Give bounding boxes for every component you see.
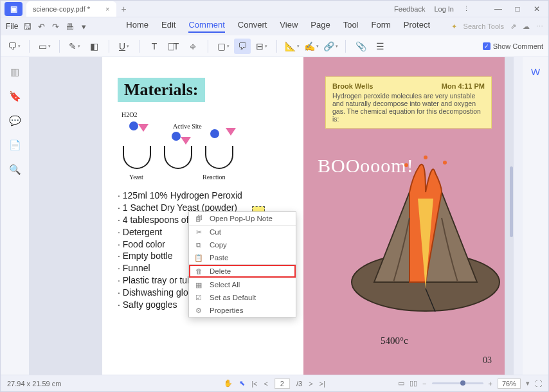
attachment-tool[interactable]: 📎 bbox=[352, 39, 369, 54]
list-item: 125ml 10% Hydrogen Peroxid bbox=[118, 190, 294, 202]
print-dd-icon[interactable]: ▾ bbox=[78, 22, 89, 31]
print-icon[interactable]: 🖶 bbox=[64, 22, 75, 31]
word-export-icon[interactable]: W bbox=[531, 66, 540, 77]
kebab-menu-icon[interactable]: ⋮ bbox=[463, 4, 470, 13]
ribbon-toolbar: 🗨 ▭ ✎ ◧ U T ⎕T ⎆ ▢ 🗩 ⊟ 📐 ✍ 🔗 📎 ☰ ✓ Show … bbox=[1, 35, 548, 57]
svg-point-2 bbox=[443, 161, 447, 165]
callout-tool[interactable]: ⎆ bbox=[184, 39, 201, 54]
scrollbar-thumb[interactable] bbox=[510, 166, 513, 237]
comments-icon[interactable]: 💬 bbox=[9, 115, 21, 127]
note-icon: 🗐 bbox=[194, 215, 203, 222]
menu-protect[interactable]: Protect bbox=[404, 20, 430, 33]
text-tool[interactable]: T bbox=[146, 39, 163, 54]
menu-home[interactable]: Home bbox=[126, 20, 148, 33]
new-tab-button[interactable]: + bbox=[122, 4, 127, 14]
signature-tool[interactable]: ✍ bbox=[303, 39, 320, 54]
ctx-select-all[interactable]: ▦Select All bbox=[189, 278, 296, 291]
zoom-value[interactable]: 76% bbox=[498, 379, 521, 389]
maximize-button[interactable]: □ bbox=[512, 4, 523, 13]
show-comment-toggle[interactable]: ✓ Show Comment bbox=[483, 42, 543, 50]
underline-tool[interactable]: U bbox=[116, 39, 132, 54]
page-dimensions: 27.94 x 21.59 cm bbox=[7, 380, 61, 388]
ctx-open-popup[interactable]: 🗐Open Pop-Up Note bbox=[189, 212, 296, 225]
temperature-label: 5400°c bbox=[381, 335, 408, 346]
ctx-paste[interactable]: 📋Paste bbox=[189, 251, 296, 264]
sticky-note-tool[interactable]: 🗩 bbox=[234, 39, 251, 54]
tab-title: science-copy.pdf * bbox=[33, 5, 90, 13]
menu-form[interactable]: Form bbox=[372, 20, 391, 33]
search-tools-input[interactable]: Search Tools bbox=[464, 22, 504, 30]
prev-page-icon[interactable]: < bbox=[264, 380, 267, 388]
feedback-link[interactable]: Feedback bbox=[394, 5, 425, 13]
note-time: Mon 4:11 PM bbox=[442, 82, 485, 90]
checkbox-checked-icon: ✓ bbox=[483, 42, 491, 50]
search-icon[interactable]: 🔍 bbox=[9, 164, 21, 175]
svg-point-1 bbox=[404, 163, 408, 167]
bookmarks-icon[interactable]: 🔖 bbox=[9, 91, 21, 102]
scrollbar-track[interactable] bbox=[514, 57, 523, 375]
yeast-diagram: H2O2 Active Site Yeast Reaction bbox=[118, 111, 294, 181]
left-sidebar: ▥ 🔖 💬 📄 🔍 bbox=[1, 57, 29, 375]
menu-page[interactable]: Page bbox=[310, 20, 330, 33]
show-comment-label: Show Comment bbox=[493, 42, 543, 50]
save-icon[interactable]: 🖫 bbox=[22, 22, 32, 31]
file-menu[interactable]: File bbox=[6, 22, 18, 31]
view-mode-icon[interactable]: ▭ bbox=[398, 379, 404, 388]
zoom-in-icon[interactable]: + bbox=[489, 380, 492, 388]
close-window-button[interactable]: ✕ bbox=[532, 4, 542, 13]
undo-icon[interactable]: ↶ bbox=[36, 22, 46, 31]
textbox-tool[interactable]: ⎕T bbox=[165, 39, 182, 54]
menu-view[interactable]: View bbox=[280, 20, 298, 33]
page-input[interactable]: 2 bbox=[274, 379, 290, 389]
document-tab[interactable]: science-copy.pdf * × bbox=[26, 1, 116, 17]
fullscreen-icon[interactable]: ⛶ bbox=[535, 380, 542, 388]
attachments-icon[interactable]: 📄 bbox=[9, 139, 21, 151]
zoom-dd-icon[interactable]: ▾ bbox=[526, 379, 530, 388]
ctx-set-default[interactable]: ☑Set as Default bbox=[189, 291, 296, 304]
magic-icon[interactable]: ✦ bbox=[451, 22, 457, 31]
document-viewport[interactable]: Materials: H2O2 Active Site Yeast Reacti… bbox=[29, 57, 514, 375]
more-icon[interactable]: ⋯ bbox=[536, 22, 543, 31]
minimize-button[interactable]: — bbox=[493, 4, 503, 13]
reaction-label: Reaction bbox=[203, 174, 226, 181]
app-logo: ▣ bbox=[4, 2, 22, 16]
zoom-out-icon[interactable]: − bbox=[422, 380, 426, 388]
menu-edit[interactable]: Edit bbox=[161, 20, 176, 33]
last-page-icon[interactable]: >| bbox=[320, 380, 325, 388]
zoom-slider[interactable] bbox=[432, 382, 483, 384]
select-tool-icon[interactable]: ⬉ bbox=[239, 379, 245, 388]
share-icon[interactable]: ⇗ bbox=[510, 22, 516, 31]
eraser-tool[interactable]: ◧ bbox=[86, 39, 102, 54]
scissors-icon: ✂ bbox=[194, 228, 203, 236]
thumbnails-icon[interactable]: ▥ bbox=[10, 66, 19, 78]
menu-convert[interactable]: Convert bbox=[238, 20, 267, 33]
two-page-icon[interactable]: ▯▯ bbox=[410, 379, 417, 388]
ctx-copy[interactable]: ⧉Copy bbox=[189, 238, 296, 251]
first-page-icon[interactable]: |< bbox=[251, 380, 257, 388]
svg-point-3 bbox=[424, 156, 428, 159]
ctx-properties[interactable]: ⚙Properties bbox=[189, 304, 296, 317]
note-tool[interactable]: 🗨 bbox=[6, 39, 22, 54]
ctx-cut[interactable]: ✂Cut bbox=[189, 226, 296, 238]
menu-comment[interactable]: Comment bbox=[188, 20, 224, 33]
comments-panel-tool[interactable]: ☰ bbox=[372, 39, 388, 54]
popup-note[interactable]: Brook Wells Mon 4:11 PM Hydrogen peroxid… bbox=[325, 76, 492, 129]
stamp-tool[interactable]: ⊟ bbox=[253, 39, 270, 54]
note-author: Brook Wells bbox=[332, 82, 373, 90]
pencil-tool[interactable]: ✎ bbox=[66, 39, 83, 54]
measure-tool[interactable]: 📐 bbox=[284, 39, 300, 54]
context-menu: 🗐Open Pop-Up Note ✂Cut ⧉Copy 📋Paste 🗑Del… bbox=[188, 211, 296, 317]
menu-tool[interactable]: Tool bbox=[343, 20, 359, 33]
close-tab-icon[interactable]: × bbox=[105, 5, 109, 13]
shape-tool[interactable]: ▢ bbox=[215, 39, 231, 54]
next-page-icon[interactable]: > bbox=[309, 380, 312, 388]
workspace: ▥ 🔖 💬 📄 🔍 Materials: H2O2 Active Site Ye… bbox=[1, 57, 548, 375]
hand-tool-icon[interactable]: ✋ bbox=[224, 379, 233, 388]
cloud-icon[interactable]: ☁ bbox=[523, 22, 530, 31]
checkbox-icon: ☑ bbox=[194, 294, 203, 302]
highlight-tool[interactable]: ▭ bbox=[36, 39, 53, 54]
redo-icon[interactable]: ↷ bbox=[50, 22, 60, 31]
login-link[interactable]: Log In bbox=[434, 5, 454, 13]
ctx-delete[interactable]: 🗑Delete bbox=[189, 265, 296, 278]
link-tool[interactable]: 🔗 bbox=[322, 39, 339, 54]
